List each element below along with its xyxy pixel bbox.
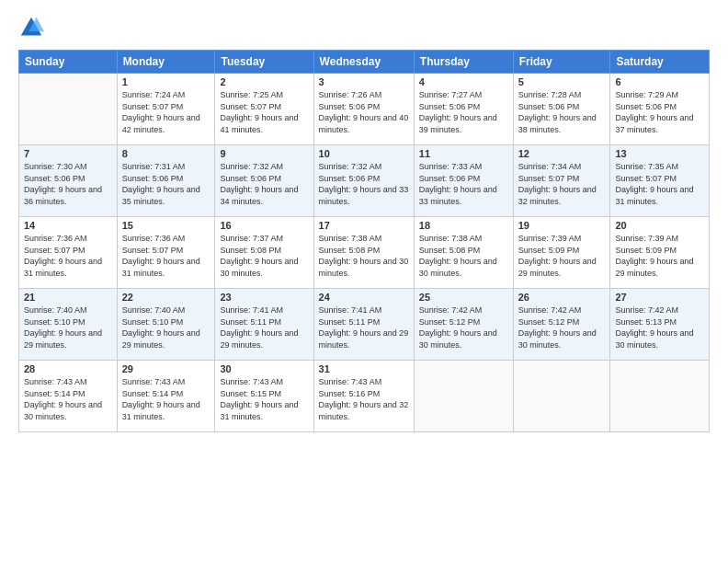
calendar-day-cell: 24Sunrise: 7:41 AMSunset: 5:11 PMDayligh… (313, 289, 414, 361)
day-number: 25 (419, 292, 508, 303)
calendar-day-cell: 22Sunrise: 7:40 AMSunset: 5:10 PMDayligh… (117, 289, 215, 361)
calendar-day-cell: 19Sunrise: 7:39 AMSunset: 5:09 PMDayligh… (513, 217, 610, 289)
day-number: 7 (24, 148, 112, 159)
day-info: Sunrise: 7:42 AMSunset: 5:12 PMDaylight:… (419, 304, 508, 350)
calendar-week-row: 21Sunrise: 7:40 AMSunset: 5:10 PMDayligh… (19, 289, 710, 361)
day-info: Sunrise: 7:31 AMSunset: 5:06 PMDaylight:… (122, 161, 210, 207)
calendar-day-cell: 14Sunrise: 7:36 AMSunset: 5:07 PMDayligh… (19, 217, 118, 289)
day-info: Sunrise: 7:40 AMSunset: 5:10 PMDaylight:… (24, 304, 112, 350)
calendar-day-cell (610, 361, 710, 432)
calendar-day-cell: 6Sunrise: 7:29 AMSunset: 5:06 PMDaylight… (610, 74, 710, 145)
day-header-friday: Friday (513, 51, 610, 74)
logo (18, 15, 48, 40)
day-info: Sunrise: 7:33 AMSunset: 5:06 PMDaylight:… (419, 161, 508, 207)
day-info: Sunrise: 7:36 AMSunset: 5:07 PMDaylight:… (24, 233, 112, 279)
day-number: 20 (615, 220, 704, 231)
day-info: Sunrise: 7:25 AMSunset: 5:07 PMDaylight:… (220, 89, 308, 135)
day-number: 24 (319, 292, 409, 303)
day-number: 12 (518, 148, 606, 159)
calendar-day-cell: 26Sunrise: 7:42 AMSunset: 5:12 PMDayligh… (513, 289, 610, 361)
calendar-day-cell: 7Sunrise: 7:30 AMSunset: 5:06 PMDaylight… (19, 145, 118, 217)
day-info: Sunrise: 7:43 AMSunset: 5:15 PMDaylight:… (220, 376, 308, 422)
day-info: Sunrise: 7:38 AMSunset: 5:08 PMDaylight:… (319, 233, 409, 279)
calendar-week-row: 1Sunrise: 7:24 AMSunset: 5:07 PMDaylight… (19, 74, 710, 145)
day-header-thursday: Thursday (414, 51, 513, 74)
calendar-day-cell: 4Sunrise: 7:27 AMSunset: 5:06 PMDaylight… (414, 74, 513, 145)
day-number: 28 (24, 363, 112, 374)
header (18, 15, 710, 40)
day-number: 6 (615, 76, 704, 87)
day-info: Sunrise: 7:34 AMSunset: 5:07 PMDaylight:… (518, 161, 606, 207)
day-info: Sunrise: 7:28 AMSunset: 5:06 PMDaylight:… (518, 89, 606, 135)
calendar-week-row: 14Sunrise: 7:36 AMSunset: 5:07 PMDayligh… (19, 217, 710, 289)
calendar-week-row: 7Sunrise: 7:30 AMSunset: 5:06 PMDaylight… (19, 145, 710, 217)
day-info: Sunrise: 7:41 AMSunset: 5:11 PMDaylight:… (319, 304, 409, 350)
day-number: 29 (122, 363, 210, 374)
day-info: Sunrise: 7:41 AMSunset: 5:11 PMDaylight:… (220, 304, 308, 350)
day-number: 4 (419, 76, 508, 87)
day-info: Sunrise: 7:27 AMSunset: 5:06 PMDaylight:… (419, 89, 508, 135)
day-number: 13 (615, 148, 704, 159)
day-number: 9 (220, 148, 308, 159)
day-number: 27 (615, 292, 704, 303)
day-info: Sunrise: 7:43 AMSunset: 5:14 PMDaylight:… (24, 376, 112, 422)
calendar-day-cell: 15Sunrise: 7:36 AMSunset: 5:07 PMDayligh… (117, 217, 215, 289)
day-number: 5 (518, 76, 606, 87)
logo-icon (18, 15, 44, 40)
day-info: Sunrise: 7:42 AMSunset: 5:12 PMDaylight:… (518, 304, 606, 350)
calendar-week-row: 28Sunrise: 7:43 AMSunset: 5:14 PMDayligh… (19, 361, 710, 432)
day-info: Sunrise: 7:29 AMSunset: 5:06 PMDaylight:… (615, 89, 704, 135)
calendar-day-cell: 11Sunrise: 7:33 AMSunset: 5:06 PMDayligh… (414, 145, 513, 217)
day-info: Sunrise: 7:38 AMSunset: 5:08 PMDaylight:… (419, 233, 508, 279)
day-info: Sunrise: 7:43 AMSunset: 5:16 PMDaylight:… (319, 376, 409, 422)
calendar-day-cell (513, 361, 610, 432)
day-number: 30 (220, 363, 308, 374)
calendar-day-cell (19, 74, 118, 145)
day-number: 16 (220, 220, 308, 231)
day-number: 22 (122, 292, 210, 303)
calendar-day-cell: 27Sunrise: 7:42 AMSunset: 5:13 PMDayligh… (610, 289, 710, 361)
calendar-day-cell: 10Sunrise: 7:32 AMSunset: 5:06 PMDayligh… (313, 145, 414, 217)
calendar-table: SundayMondayTuesdayWednesdayThursdayFrid… (18, 50, 710, 432)
day-info: Sunrise: 7:26 AMSunset: 5:06 PMDaylight:… (319, 89, 409, 135)
day-info: Sunrise: 7:39 AMSunset: 5:09 PMDaylight:… (518, 233, 606, 279)
day-info: Sunrise: 7:36 AMSunset: 5:07 PMDaylight:… (122, 233, 210, 279)
day-number: 8 (122, 148, 210, 159)
day-number: 14 (24, 220, 112, 231)
calendar-day-cell: 3Sunrise: 7:26 AMSunset: 5:06 PMDaylight… (313, 74, 414, 145)
calendar-day-cell: 25Sunrise: 7:42 AMSunset: 5:12 PMDayligh… (414, 289, 513, 361)
day-number: 1 (122, 76, 210, 87)
day-info: Sunrise: 7:39 AMSunset: 5:09 PMDaylight:… (615, 233, 704, 279)
calendar-day-cell: 29Sunrise: 7:43 AMSunset: 5:14 PMDayligh… (117, 361, 215, 432)
day-header-monday: Monday (117, 51, 215, 74)
calendar-day-cell: 16Sunrise: 7:37 AMSunset: 5:08 PMDayligh… (215, 217, 313, 289)
calendar-day-cell: 13Sunrise: 7:35 AMSunset: 5:07 PMDayligh… (610, 145, 710, 217)
day-number: 2 (220, 76, 308, 87)
calendar-day-cell: 17Sunrise: 7:38 AMSunset: 5:08 PMDayligh… (313, 217, 414, 289)
calendar-day-cell: 2Sunrise: 7:25 AMSunset: 5:07 PMDaylight… (215, 74, 313, 145)
calendar-day-cell: 9Sunrise: 7:32 AMSunset: 5:06 PMDaylight… (215, 145, 313, 217)
calendar-day-cell: 20Sunrise: 7:39 AMSunset: 5:09 PMDayligh… (610, 217, 710, 289)
calendar-day-cell (414, 361, 513, 432)
day-number: 15 (122, 220, 210, 231)
calendar-day-cell: 8Sunrise: 7:31 AMSunset: 5:06 PMDaylight… (117, 145, 215, 217)
day-number: 10 (319, 148, 409, 159)
day-info: Sunrise: 7:32 AMSunset: 5:06 PMDaylight:… (220, 161, 308, 207)
day-header-saturday: Saturday (610, 51, 710, 74)
calendar-day-cell: 31Sunrise: 7:43 AMSunset: 5:16 PMDayligh… (313, 361, 414, 432)
day-info: Sunrise: 7:37 AMSunset: 5:08 PMDaylight:… (220, 233, 308, 279)
day-header-tuesday: Tuesday (215, 51, 313, 74)
calendar-day-cell: 12Sunrise: 7:34 AMSunset: 5:07 PMDayligh… (513, 145, 610, 217)
day-number: 31 (319, 363, 409, 374)
calendar-day-cell: 28Sunrise: 7:43 AMSunset: 5:14 PMDayligh… (19, 361, 118, 432)
calendar-day-cell: 30Sunrise: 7:43 AMSunset: 5:15 PMDayligh… (215, 361, 313, 432)
calendar-day-cell: 21Sunrise: 7:40 AMSunset: 5:10 PMDayligh… (19, 289, 118, 361)
day-number: 19 (518, 220, 606, 231)
day-number: 26 (518, 292, 606, 303)
calendar-day-cell: 18Sunrise: 7:38 AMSunset: 5:08 PMDayligh… (414, 217, 513, 289)
day-info: Sunrise: 7:30 AMSunset: 5:06 PMDaylight:… (24, 161, 112, 207)
day-info: Sunrise: 7:43 AMSunset: 5:14 PMDaylight:… (122, 376, 210, 422)
page: SundayMondayTuesdayWednesdayThursdayFrid… (0, 0, 728, 563)
day-number: 23 (220, 292, 308, 303)
day-number: 17 (319, 220, 409, 231)
